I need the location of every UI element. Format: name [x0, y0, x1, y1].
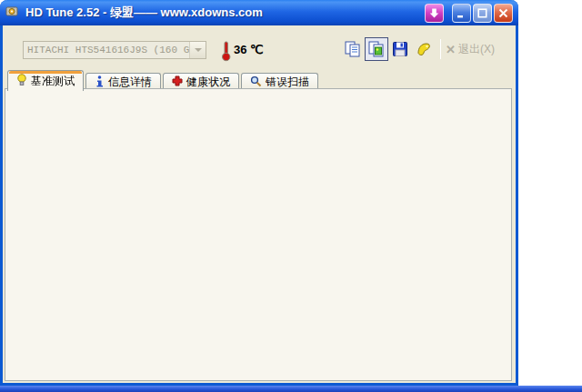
dropdown-arrow-icon[interactable] — [189, 42, 206, 58]
drive-select-dropdown[interactable]: HITACHI HTS541616J9S (160 GB) — [23, 41, 206, 59]
copy-screenshot-button[interactable] — [365, 37, 388, 61]
exit-label: 退出(X) — [458, 42, 495, 57]
tab-benchmark[interactable]: 基准测试 — [7, 70, 84, 91]
toolbar: ✕ 退出(X) — [341, 37, 495, 61]
close-button[interactable] — [494, 4, 513, 23]
toolbar-separator — [440, 39, 441, 59]
titlebar[interactable]: HD Tune 2.52 - 绿盟—— www.xdowns.com — [0, 0, 518, 25]
health-cross-icon — [172, 75, 183, 89]
benchmark-tab-page — [5, 88, 512, 381]
desktop: HD Tune 2.52 - 绿盟—— www.xdowns.com HITAC… — [0, 0, 582, 392]
exit-x-icon: ✕ — [446, 43, 456, 56]
taskbar-edge[interactable] — [0, 386, 582, 392]
temperature-value: 36 ℃ — [234, 43, 264, 56]
minimize-button[interactable] — [452, 4, 471, 23]
options-button[interactable] — [412, 37, 436, 61]
download-arrow-button[interactable] — [425, 4, 444, 23]
hd-tune-window: HD Tune 2.52 - 绿盟—— www.xdowns.com HITAC… — [0, 0, 518, 386]
window-title: HD Tune 2.52 - 绿盟—— www.xdowns.com — [25, 5, 423, 21]
thermometer-icon — [221, 40, 232, 65]
app-icon — [5, 4, 20, 22]
drive-select-value: HITACHI HTS541616J9S (160 GB) — [24, 45, 189, 55]
copy-text-button[interactable] — [341, 37, 365, 61]
save-button[interactable] — [388, 37, 412, 61]
maximize-button[interactable] — [473, 4, 492, 23]
bulb-icon — [16, 74, 27, 89]
window-client-area: HITACHI HTS541616J9S (160 GB) 36 ℃ — [3, 25, 516, 383]
tab-benchmark-label: 基准测试 — [31, 74, 75, 89]
exit-button[interactable]: ✕ 退出(X) — [446, 42, 495, 57]
